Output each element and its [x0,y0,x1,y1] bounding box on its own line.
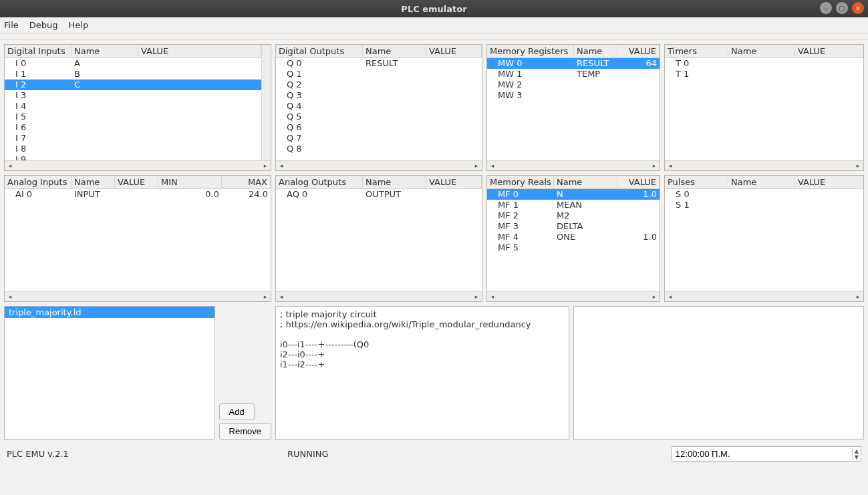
col-header[interactable]: VALUE [115,176,158,188]
col-header[interactable]: VALUE [138,45,261,57]
table-row[interactable]: I 5 [5,112,261,122]
col-header[interactable]: VALUE [426,176,482,188]
col-header[interactable]: VALUE [617,45,660,57]
table-row[interactable]: I 2C [5,79,261,90]
col-header[interactable]: Name [728,45,795,57]
horizontal-scrollbar[interactable]: ◂▸ [5,160,271,170]
table-row[interactable]: MF 3DELTA [487,221,660,232]
pane-digital-inputs[interactable]: Digital Inputs Name VALUE I 0AI 1BI 2CI … [4,44,271,171]
table-row[interactable]: MW 1TEMP [487,69,660,79]
table-row[interactable]: MF 5 [487,242,660,253]
horizontal-scrollbar[interactable]: ◂▸ [276,291,482,301]
table-row[interactable]: Q 5 [276,112,482,122]
table-row[interactable]: I 6 [5,122,261,133]
col-header[interactable]: VALUE [617,176,660,188]
col-header[interactable]: Analog Inputs [5,176,71,188]
chevron-up-icon[interactable]: ▲ [853,448,861,454]
table-row[interactable]: Q 3 [276,90,482,101]
table-row[interactable]: I 4 [5,101,261,112]
col-header[interactable]: Name [728,176,795,188]
col-header[interactable]: MAX [222,176,271,188]
cell: Q 3 [276,90,363,101]
table-row[interactable]: MF 4ONE1.0 [487,232,660,242]
menu-file[interactable]: File [4,20,19,30]
col-header[interactable]: VALUE [426,45,482,57]
col-header[interactable]: Name [363,176,426,188]
table-row[interactable]: Q 4 [276,101,482,112]
pane-analog-inputs[interactable]: Analog Inputs Name VALUE MIN MAX AI 0INP… [4,175,271,302]
col-header[interactable]: Analog Outputs [276,176,363,188]
cell: A [71,58,138,69]
table-row[interactable]: MW 3 [487,90,660,101]
table-row[interactable]: T 0 [665,58,863,69]
time-input[interactable] [672,447,852,461]
menu-debug[interactable]: Debug [29,20,58,30]
vertical-scrollbar[interactable] [261,45,271,160]
table-row[interactable]: I 0A [5,58,261,69]
col-header[interactable]: Name [71,45,138,57]
col-header[interactable]: VALUE [795,176,863,188]
horizontal-scrollbar[interactable]: ◂▸ [5,291,271,301]
table-row[interactable]: I 9 [5,154,261,160]
cell [728,58,795,69]
col-header[interactable]: Digital Inputs [5,45,71,57]
table-row[interactable]: AQ 0OUTPUT [276,189,482,200]
table-row[interactable]: Q 8 [276,144,482,154]
table-row[interactable]: MW 2 [487,79,660,90]
maximize-icon[interactable]: ▢ [836,2,848,14]
table-row[interactable]: I 7 [5,133,261,144]
menu-help[interactable]: Help [69,20,89,30]
col-header[interactable]: Memory Reals [487,176,554,188]
time-spinner[interactable]: ▲ ▼ [671,446,861,462]
table-row[interactable]: S 0 [665,189,863,200]
horizontal-scrollbar[interactable]: ◂▸ [276,160,482,170]
table-row[interactable]: I 3 [5,90,261,101]
add-button[interactable]: Add [219,403,255,420]
pane-memory-registers[interactable]: Memory Registers Name VALUE MW 0RESULT64… [486,44,660,171]
pane-timers[interactable]: Timers Name VALUE T 0T 1 ◂▸ [664,44,864,171]
list-item[interactable]: triple_majority.ld [5,307,214,318]
table-row[interactable]: I 1B [5,69,261,79]
col-header[interactable]: Digital Outputs [276,45,363,57]
table-row[interactable]: Q 6 [276,122,482,133]
col-header[interactable]: Name [363,45,426,57]
cell: INPUT [71,189,115,200]
table-row[interactable]: Q 7 [276,133,482,144]
table-row[interactable]: AI 0INPUT0.024.0 [5,189,271,200]
table-row[interactable]: S 1 [665,200,863,210]
table-row[interactable]: Q 2 [276,79,482,90]
table-row[interactable]: MW 0RESULT64 [487,58,660,69]
table-row[interactable]: T 1 [665,69,863,79]
table-row[interactable]: Q 1 [276,69,482,79]
remove-button[interactable]: Remove [219,423,271,440]
pane-pulses[interactable]: Pulses Name VALUE S 0S 1 ◂▸ [664,175,864,302]
col-header[interactable]: Timers [665,45,728,57]
col-header[interactable]: VALUE [795,45,863,57]
table-row[interactable]: MF 1MEAN [487,200,660,210]
pane-analog-outputs[interactable]: Analog Outputs Name VALUE AQ 0OUTPUT ◂▸ [275,175,482,302]
minimize-icon[interactable]: – [820,2,832,14]
col-header[interactable]: MIN [158,176,222,188]
file-list[interactable]: triple_majority.ld [4,306,215,440]
pane-memory-reals[interactable]: Memory Reals Name VALUE MF 0N1.0MF 1MEAN… [486,175,660,302]
source-view[interactable]: ; triple majority circuit ; https://en.w… [275,306,569,440]
cell: MF 3 [487,221,554,232]
pane-digital-outputs[interactable]: Digital Outputs Name VALUE Q 0RESULTQ 1Q… [275,44,482,171]
close-icon[interactable]: ✕ [852,2,864,14]
horizontal-scrollbar[interactable]: ◂▸ [487,291,660,301]
col-header[interactable]: Memory Registers [487,45,574,57]
table-row[interactable]: MF 2M2 [487,210,660,221]
col-header[interactable]: Name [71,176,115,188]
table-row[interactable]: I 8 [5,144,261,154]
col-header[interactable]: Name [554,176,617,188]
horizontal-scrollbar[interactable]: ◂▸ [665,160,863,170]
col-header[interactable]: Name [574,45,617,57]
horizontal-scrollbar[interactable]: ◂▸ [487,160,660,170]
col-header[interactable]: Pulses [665,176,728,188]
horizontal-scrollbar[interactable]: ◂▸ [665,291,863,301]
table-row[interactable]: MF 0N1.0 [487,189,660,200]
table-row[interactable]: Q 0RESULT [276,58,482,69]
cell [426,58,482,69]
chevron-down-icon[interactable]: ▼ [853,454,861,460]
window-titlebar: PLC emulator – ▢ ✕ [0,0,868,17]
